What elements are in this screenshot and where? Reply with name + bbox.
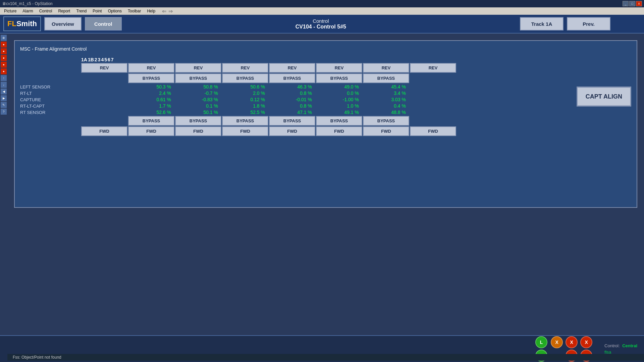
sidebar-icon-red-4[interactable]: ● (1, 62, 7, 68)
ls-val-4: 46.3 % (269, 84, 315, 89)
capt-align-button[interactable]: CAPT ALIGN (577, 87, 631, 107)
rev-btn-7[interactable]: REV (410, 63, 456, 73)
ls-val-6: 45.4 % (363, 84, 409, 89)
capture-row: CAPTURE 0.61 % -0.83 % 0.12 % -0.01 % -1… (20, 97, 557, 102)
sidebar-icon-4[interactable]: ◀ (1, 88, 7, 95)
fwd-btn-4[interactable]: FWD (269, 126, 315, 136)
grid-container: 1A 1B 2 3 4 5 6 7 REV REV REV REV REV RE… (20, 57, 631, 136)
prev-button[interactable]: Prev. (567, 17, 610, 31)
rs-val-3: 52.5 % (222, 110, 268, 115)
menu-help[interactable]: Help (144, 8, 158, 14)
track-button[interactable]: Track 1A (520, 17, 564, 31)
rtltc-val-5: 1.0 % (316, 103, 362, 109)
sidebar-icon-2[interactable]: ↑ (1, 75, 7, 81)
rt-sensor-label: RT SENSOR (20, 110, 80, 115)
rtltc-val-6: 0.4 % (363, 103, 409, 109)
bypass-top-4[interactable]: BYPASS (269, 73, 315, 83)
indicator-x-2: X (566, 336, 578, 348)
maximize-button[interactable]: □ (629, 1, 635, 6)
rs-val-5: 49.1 % (316, 110, 362, 115)
sidebar-icon-red-3[interactable]: ● (1, 55, 7, 61)
fwd-btn-1b[interactable]: FWD (128, 126, 174, 136)
bottom-bypass-row: BYPASS BYPASS BYPASS BYPASS BYPASS BYPAS… (20, 116, 557, 126)
bypass-top-2[interactable]: BYPASS (175, 73, 221, 83)
close-button[interactable]: X (636, 1, 642, 6)
bypass-bot-5[interactable]: BYPASS (316, 116, 362, 126)
rtltc-val-2: 0.1 % (175, 103, 221, 109)
forward-arrow[interactable]: ⇒ (168, 8, 173, 14)
indicator-l: L (535, 336, 547, 348)
menu-alarm[interactable]: Alarm (20, 8, 36, 14)
rtlt-val-1b: 2.4 % (128, 90, 174, 96)
indicator-x-1: X (551, 336, 563, 348)
left-sensor-row: LEFT SENSOR 50.3 % 50.8 % 50.6 % 46.3 % … (20, 84, 557, 89)
rev-btn-6[interactable]: REV (363, 63, 409, 73)
control-line: Control: Central (604, 343, 637, 348)
fwd-btn-6[interactable]: FWD (363, 126, 409, 136)
rev-btn-4[interactable]: REV (269, 63, 315, 73)
rt-sensor-row: RT SENSOR 52.6 % 50.1 % 52.5 % 47.1 % 49… (20, 110, 557, 115)
bypass-top-1b[interactable]: BYPASS (128, 73, 174, 83)
rev-btn-2[interactable]: REV (175, 63, 221, 73)
fwd-btn-3[interactable]: FWD (222, 126, 268, 136)
status-message: Fss: Object/Point not found (7, 354, 644, 361)
rtltc-val-1b: 1.7 % (128, 103, 174, 109)
menu-report[interactable]: Report (55, 8, 73, 14)
logo: FLSmith (3, 16, 41, 31)
fwd-btn-5[interactable]: FWD (316, 126, 362, 136)
rtlt-val-5: 0.0 % (316, 90, 362, 96)
rev-row: REV REV REV REV REV REV REV REV (20, 63, 557, 73)
bypass-bot-1b[interactable]: BYPASS (128, 116, 174, 126)
rs-val-6: 48.8 % (363, 110, 409, 115)
bypass-bot-3[interactable]: BYPASS (222, 116, 268, 126)
control-button[interactable]: Control (85, 17, 122, 31)
sidebar-icon-6[interactable]: ✎ (1, 102, 7, 108)
logo-fl: FL (7, 19, 16, 28)
rev-btn-1a[interactable]: REV (81, 63, 127, 73)
panel-title: MSC - Frame Alignment Control (20, 46, 631, 52)
back-arrow[interactable]: ⇐ (162, 8, 166, 14)
bypass-top-5[interactable]: BYPASS (316, 73, 362, 83)
col-header-3: 3 (98, 57, 101, 62)
col-header-7: 7 (111, 57, 114, 62)
status-msg-text: Fss: Object/Point not found (13, 355, 61, 360)
rev-btn-5[interactable]: REV (316, 63, 362, 73)
menu-toolbar[interactable]: Toolbar (125, 8, 144, 14)
capture-label: CAPTURE (20, 97, 80, 102)
menu-picture[interactable]: Picture (1, 8, 19, 14)
bypass-bot-6[interactable]: BYPASS (363, 116, 409, 126)
bypass-bot-4[interactable]: BYPASS (269, 116, 315, 126)
bypass-top-3[interactable]: BYPASS (222, 73, 268, 83)
bypass-bot-2[interactable]: BYPASS (175, 116, 221, 126)
rev-btn-1b[interactable]: REV (128, 63, 174, 73)
sidebar-icon-red-2[interactable]: ● (1, 48, 7, 54)
menu-control[interactable]: Control (37, 8, 55, 14)
cap-val-6: 3.03 % (363, 97, 409, 102)
title-main: Control (125, 18, 517, 24)
rtlt-val-2: -0.7 % (175, 90, 221, 96)
sidebar-icon-1[interactable]: ⊕ (1, 35, 7, 41)
sidebar-icon-3[interactable]: ↓ (1, 82, 7, 88)
rs-val-2: 50.1 % (175, 110, 221, 115)
bypass-top-6[interactable]: BYPASS (363, 73, 409, 83)
rev-btn-3[interactable]: REV (222, 63, 268, 73)
sidebar-icon-7[interactable]: ? (1, 109, 7, 115)
fwd-btn-7[interactable]: FWD (410, 126, 456, 136)
minimize-button[interactable]: _ (623, 1, 629, 6)
main-content: MSC - Frame Alignment Control 1A 1B 2 3 … (7, 34, 644, 335)
menu-trend[interactable]: Trend (73, 8, 89, 14)
sidebar-icon-red-1[interactable]: ● (1, 42, 7, 48)
fwd-btn-1a[interactable]: FWD (81, 126, 127, 136)
fwd-btn-2[interactable]: FWD (175, 126, 221, 136)
menu-options[interactable]: Options (105, 8, 124, 14)
sidebar-icon-red-5[interactable]: ● (1, 68, 7, 74)
overview-button[interactable]: Overview (44, 17, 82, 31)
titlebar-title: cv104_m1_c5 - OpStation (6, 1, 53, 6)
rt-lt-row: RT-LT 2.4 % -0.7 % 2.0 % 0.8 % 0.0 % 3.4… (20, 90, 557, 96)
cap-val-3: 0.12 % (222, 97, 268, 102)
titlebar: 🖥 cv104_m1_c5 - OpStation _ □ X (0, 0, 644, 7)
menu-point[interactable]: Point (90, 8, 104, 14)
ls-val-1b: 50.3 % (128, 84, 174, 89)
sidebar-icon-5[interactable]: ▶ (1, 95, 7, 101)
rs-val-4: 47.1 % (269, 110, 315, 115)
